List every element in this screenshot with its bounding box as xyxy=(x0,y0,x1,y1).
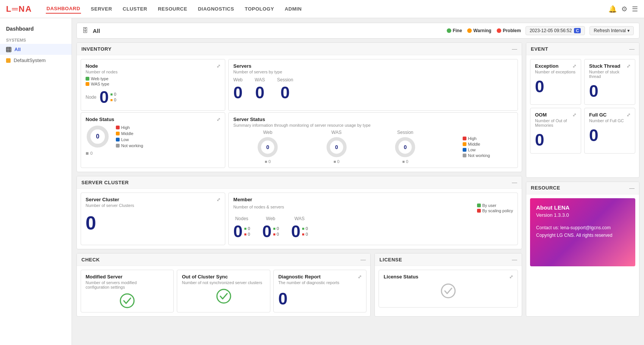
inventory-body: Node ⤢ Number of nodes Web type xyxy=(77,55,522,172)
license-ext-icon[interactable]: ⤢ xyxy=(509,274,513,280)
was-big-val: 0 xyxy=(291,222,300,241)
diagnostic-report-card: Diagnostic Report ⤢ The number of diagno… xyxy=(273,270,366,312)
node-count1: ■ 0 xyxy=(110,92,116,97)
stuck-thread-title: Stuck Thread ⤢ xyxy=(589,63,630,69)
logo: L═NA xyxy=(6,4,32,14)
status-group: Fine Warning Problem xyxy=(447,28,521,33)
node-label: Node xyxy=(86,95,97,100)
node-small-counts: ■ 0 ■ 0 xyxy=(110,92,116,103)
oom-value-container: 0 xyxy=(535,131,576,149)
server-cluster-minimize-button[interactable]: — xyxy=(512,179,517,185)
app-layout: Dashboard Systems All DefaultSystem 🗄 Al… xyxy=(0,18,644,345)
svg-point-4 xyxy=(120,294,134,308)
node-status-ext-icon[interactable]: ⤢ xyxy=(217,117,220,122)
modified-server-check-icon xyxy=(86,293,169,308)
member-values-row: Nodes 0 ■ 0 ■ 0 xyxy=(233,216,513,241)
member-nodes-label: Nodes xyxy=(235,216,248,221)
top-bar-title: All xyxy=(93,28,442,34)
server-status-was-donut: 0 xyxy=(325,136,348,159)
about-lena-contact: Contact us: lena-support@lgcns.com Copyr… xyxy=(536,224,629,239)
resource-minimize-button[interactable]: — xyxy=(629,185,635,191)
sidebar-item-default-system[interactable]: DefaultSystem xyxy=(0,55,72,66)
svg-point-5 xyxy=(217,289,231,303)
check-title: CHECK xyxy=(81,257,100,263)
server-status-legend: High Middle Low Not working xyxy=(463,136,490,158)
check-panel-header: CHECK — xyxy=(77,253,370,266)
menu-icon[interactable]: ☰ xyxy=(632,5,638,13)
bell-icon[interactable]: 🔔 xyxy=(608,5,617,13)
nodes-big-val: 0 xyxy=(233,222,242,241)
nav-resource[interactable]: RESOURCE xyxy=(157,5,188,13)
timestamp-text: 2023-12-05 09:56:52 xyxy=(530,28,572,33)
exception-ext-icon[interactable]: ⤢ xyxy=(572,64,576,69)
modified-server-subtitle: Number of servers modified configuration… xyxy=(86,280,169,289)
stuck-thread-value-container: 0 xyxy=(589,82,630,101)
event-panel: EVENT — Exception ⤢ Number of exceptions xyxy=(526,42,639,178)
sc-ext-icon[interactable]: ⤢ xyxy=(217,197,220,202)
member-card-top: Number of nodes & servers By user By sca… xyxy=(233,203,513,213)
oom-title: OOM ⤢ xyxy=(535,112,576,118)
was-label: WAS xyxy=(255,77,265,82)
session-count-row: ■ 0 xyxy=(402,159,409,164)
inventory-title: INVENTORY xyxy=(81,46,112,52)
middle-dot xyxy=(116,132,120,135)
oom-value: 0 xyxy=(535,131,544,149)
stuck-thread-value: 0 xyxy=(589,82,598,100)
dr-title: Diagnostic Report ⤢ xyxy=(278,274,362,280)
server-status-web-donut: 0 xyxy=(256,136,279,159)
member-was-values: 0 ■ 0 ■ 0 xyxy=(291,222,308,241)
nav-diagnostics[interactable]: DIAGNOSTICS xyxy=(197,5,235,13)
sidebar-all-icon xyxy=(6,47,11,52)
event-minimize-button[interactable]: — xyxy=(629,46,635,52)
nav-server[interactable]: SERVER xyxy=(90,5,113,13)
was-count-row: ■ 0 xyxy=(334,159,340,164)
status-warning: Warning xyxy=(467,28,491,33)
license-minimize-button[interactable]: — xyxy=(512,256,517,263)
sc-value: 0 xyxy=(86,213,96,234)
full-gc-ext-icon[interactable]: ⤢ xyxy=(627,112,630,118)
license-title: LICENSE xyxy=(379,257,402,263)
servers-card-title: Servers xyxy=(233,63,513,69)
top-navigation: L═NA DASHBOARD SERVER CLUSTER RESOURCE D… xyxy=(0,0,644,18)
low-dot xyxy=(116,138,120,141)
nav-dashboard[interactable]: DASHBOARD xyxy=(46,4,81,14)
fine-dot xyxy=(447,28,451,33)
web-label: Web xyxy=(233,77,242,82)
server-status-web-label: Web xyxy=(263,130,272,135)
nav-admin[interactable]: ADMIN xyxy=(284,5,303,13)
oom-subtitle: Number of Out of Memories xyxy=(535,118,576,127)
node-status-card: Node Status ⤢ 0 xyxy=(81,112,225,168)
nav-topology[interactable]: TOPOLOGY xyxy=(244,5,274,13)
full-gc-card: Full GC ⤢ Number of Full GC 0 xyxy=(584,108,635,154)
check-minimize-button[interactable]: — xyxy=(360,256,366,263)
nav-cluster[interactable]: CLUSTER xyxy=(122,5,148,13)
node-web-type-legend: Web type xyxy=(86,76,220,81)
license-status-title: License Status ⤢ xyxy=(384,274,513,280)
server-status-subtitle: Summary information through monitoring o… xyxy=(233,123,513,127)
inventory-minimize-button[interactable]: — xyxy=(512,46,517,52)
full-gc-title: Full GC ⤢ xyxy=(589,112,630,118)
web-donut-value: 0 xyxy=(266,144,269,150)
ocs-check-icon xyxy=(182,289,265,304)
license-status-card: License Status ⤢ xyxy=(379,270,518,308)
gear-icon[interactable]: ⚙ xyxy=(621,5,627,13)
servers-values: Web 0 WAS 0 Session 0 xyxy=(233,77,513,102)
ocs-title: Out of Cluster Sync xyxy=(182,274,265,280)
member-web-label: Web xyxy=(266,216,275,221)
sidebar-item-all[interactable]: All xyxy=(0,44,72,55)
dr-subtitle: The number of diagnostic reports xyxy=(278,280,362,285)
node-ext-icon[interactable]: ⤢ xyxy=(217,64,220,69)
nodes-small-counts: ■ 0 ■ 0 xyxy=(244,226,250,238)
dr-ext-icon[interactable]: ⤢ xyxy=(358,274,362,280)
exception-title: Exception ⤢ xyxy=(535,63,576,69)
oom-ext-icon[interactable]: ⤢ xyxy=(572,112,576,118)
was-type-dot xyxy=(86,82,89,86)
servers-card-subtitle: Number of servers by type xyxy=(233,70,513,74)
license-check-icon xyxy=(384,283,513,298)
stuck-thread-ext-icon[interactable]: ⤢ xyxy=(627,64,630,69)
main-grid: INVENTORY — Node ⤢ Numbe xyxy=(76,42,639,317)
exception-value: 0 xyxy=(535,77,544,96)
exception-subtitle: Number of exceptions xyxy=(535,70,576,74)
refresh-interval-button[interactable]: Refresh Interval ▾ xyxy=(589,26,634,35)
database-icon: 🗄 xyxy=(82,27,88,34)
